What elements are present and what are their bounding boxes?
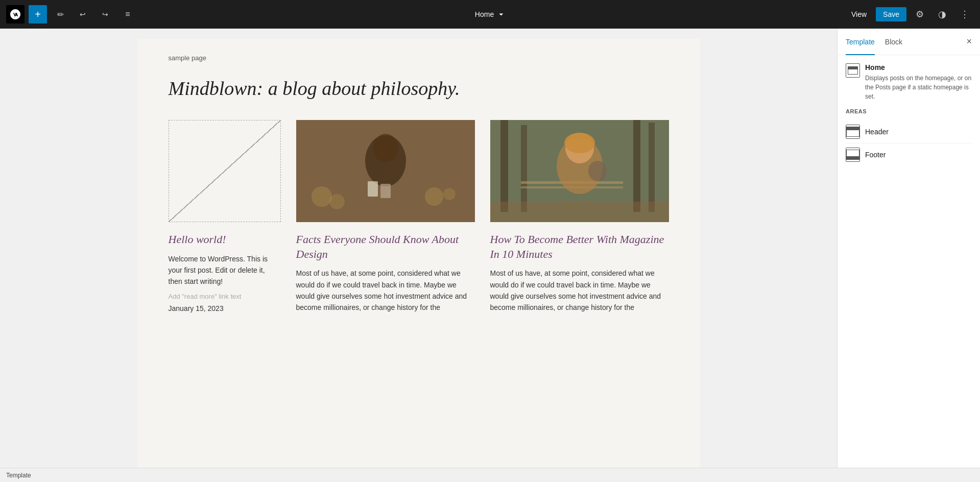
template-desc: Displays posts on the homepage, or on th… bbox=[865, 74, 972, 101]
tab-block[interactable]: Block bbox=[885, 29, 902, 55]
svg-rect-16 bbox=[490, 202, 669, 222]
post-body: Welcome to WordPress. This is your first… bbox=[169, 253, 281, 287]
post-body: Most of us have, at some point, consider… bbox=[490, 268, 669, 314]
wordpress-logo bbox=[6, 5, 25, 23]
template-section: Home Displays posts on the homepage, or … bbox=[846, 63, 972, 101]
theme-toggle-button[interactable]: ◑ bbox=[933, 5, 951, 23]
template-icon-header-bar bbox=[848, 67, 857, 69]
list-view-button[interactable]: ≡ bbox=[118, 5, 137, 23]
svg-point-7 bbox=[373, 134, 398, 162]
svg-rect-15 bbox=[649, 123, 655, 212]
topbar: + ✏ ↩ ↪ ≡ Home View Save ⚙ ◑ ⋮ bbox=[0, 0, 980, 29]
area-name-footer: Footer bbox=[865, 151, 886, 159]
post-card: Hello world! Welcome to WordPress. This … bbox=[169, 120, 281, 319]
more-options-button[interactable]: ⋮ bbox=[955, 5, 974, 23]
panel-header: Template Block × bbox=[838, 29, 980, 55]
post-date: January 15, 2023 bbox=[169, 304, 281, 312]
post-image bbox=[296, 120, 475, 222]
blog-title: Mindblown: a blog about philosophy. bbox=[169, 77, 669, 100]
view-button[interactable]: View bbox=[846, 7, 872, 21]
template-name: Home bbox=[865, 63, 972, 71]
edit-button[interactable]: ✏ bbox=[51, 5, 69, 23]
posts-grid: Hello world! Welcome to WordPress. This … bbox=[169, 120, 669, 319]
redo-button[interactable]: ↪ bbox=[96, 5, 114, 23]
svg-rect-12 bbox=[500, 120, 508, 212]
template-icon bbox=[846, 63, 860, 78]
right-panel: Template Block × Home Displays posts on … bbox=[837, 29, 980, 468]
post-card: How To Become Better With Magazine In 10… bbox=[490, 120, 669, 319]
area-name-header: Header bbox=[865, 128, 889, 136]
post-card: Facts Everyone Should Know About Design … bbox=[296, 120, 475, 319]
area-item-footer[interactable]: Footer bbox=[846, 143, 972, 166]
post-title: Facts Everyone Should Know About Design bbox=[296, 232, 475, 261]
breadcrumb: sample page bbox=[169, 54, 669, 62]
settings-button[interactable]: ⚙ bbox=[911, 5, 929, 23]
header-icon-box bbox=[846, 127, 859, 137]
undo-button[interactable]: ↩ bbox=[74, 5, 92, 23]
header-area-icon bbox=[846, 125, 860, 139]
areas-label: AREAS bbox=[846, 108, 972, 114]
svg-point-21 bbox=[564, 133, 595, 153]
add-block-button[interactable]: + bbox=[29, 5, 47, 23]
post-title: Hello world! bbox=[169, 232, 281, 247]
save-button[interactable]: Save bbox=[876, 7, 906, 21]
post-body: Most of us have, at some point, consider… bbox=[296, 268, 475, 314]
area-item-header[interactable]: Header bbox=[846, 120, 972, 143]
template-info: Home Displays posts on the homepage, or … bbox=[865, 63, 972, 101]
main-area: sample page Mindblown: a blog about phil… bbox=[0, 29, 980, 468]
status-text: Template bbox=[6, 472, 31, 479]
panel-close-button[interactable]: × bbox=[966, 36, 972, 47]
template-icon-inner bbox=[848, 66, 858, 75]
tab-template[interactable]: Template bbox=[846, 29, 875, 55]
post-image bbox=[490, 120, 669, 222]
svg-rect-8 bbox=[368, 181, 378, 197]
status-bar: Template bbox=[0, 468, 980, 482]
svg-rect-13 bbox=[521, 125, 527, 212]
svg-rect-9 bbox=[380, 184, 391, 198]
svg-point-22 bbox=[588, 161, 607, 181]
canvas-wrap[interactable]: sample page Mindblown: a blog about phil… bbox=[0, 29, 837, 468]
svg-rect-14 bbox=[633, 120, 640, 212]
page-title-label: Home bbox=[475, 10, 494, 18]
footer-icon-box bbox=[846, 150, 859, 160]
post-image-placeholder bbox=[169, 120, 281, 222]
panel-content: Home Displays posts on the homepage, or … bbox=[838, 55, 980, 468]
page-title-selector[interactable]: Home bbox=[475, 10, 505, 18]
canvas: sample page Mindblown: a blog about phil… bbox=[138, 39, 700, 468]
read-more-link[interactable]: Add "read more" link text bbox=[169, 293, 281, 300]
post-title: How To Become Better With Magazine In 10… bbox=[490, 232, 669, 261]
topbar-right: View Save ⚙ ◑ ⋮ bbox=[846, 5, 974, 23]
footer-area-icon bbox=[846, 148, 860, 162]
